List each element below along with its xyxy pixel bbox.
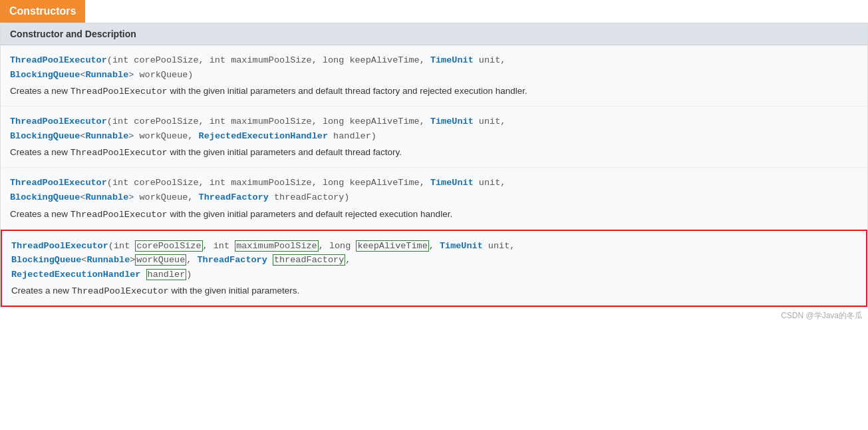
- param-handler: handler: [146, 269, 187, 280]
- ctor3-timeunit-link[interactable]: TimeUnit: [430, 178, 474, 188]
- ctor4-runnable-link[interactable]: Runnable: [86, 255, 130, 265]
- constructors-section: Constructor and Description ThreadPoolEx…: [0, 23, 868, 308]
- watermark: CSDN @学Java的冬瓜: [0, 308, 868, 324]
- constructor-desc-2: Creates a new ThreadPoolExecutor with th…: [10, 147, 858, 158]
- ctor2-runnable-link[interactable]: Runnable: [85, 131, 128, 141]
- ctor3-threadfactory-link[interactable]: ThreadFactory: [199, 192, 269, 202]
- constructor-row-2: ThreadPoolExecutor(int corePoolSize, int…: [1, 107, 867, 168]
- constructor-row-1: ThreadPoolExecutor(int corePoolSize, int…: [1, 45, 867, 107]
- ctor3-name-link[interactable]: ThreadPoolExecutor: [10, 178, 107, 188]
- ctor2-blockingqueue-link[interactable]: BlockingQueue: [10, 131, 80, 141]
- constructor-desc-4: Creates a new ThreadPoolExecutor with th…: [11, 286, 857, 296]
- ctor1-runnable-link[interactable]: Runnable: [85, 70, 128, 80]
- constructor-signature-2: ThreadPoolExecutor(int corePoolSize, int…: [10, 114, 858, 143]
- constructor-desc-3: Creates a new ThreadPoolExecutor with th…: [10, 209, 858, 220]
- param-threadFactory: threadFactory: [273, 254, 345, 266]
- param-workQueue: workQueue: [135, 254, 186, 266]
- ctor4-timeunit-link[interactable]: TimeUnit: [440, 241, 483, 251]
- ctor1-name-link[interactable]: ThreadPoolExecutor: [10, 55, 107, 65]
- ctor2-name-link[interactable]: ThreadPoolExecutor: [10, 116, 107, 126]
- constructor-signature-1: ThreadPoolExecutor(int corePoolSize, int…: [10, 53, 858, 82]
- ctor4-blockingqueue-link[interactable]: BlockingQueue: [11, 255, 81, 265]
- param-maximumPoolSize: maximumPoolSize: [235, 240, 319, 252]
- ctor3-blockingqueue-link[interactable]: BlockingQueue: [10, 192, 80, 202]
- ctor1-timeunit-link[interactable]: TimeUnit: [430, 55, 474, 65]
- constructor-row-4: ThreadPoolExecutor(int corePoolSize, int…: [1, 230, 867, 308]
- ctor2-timeunit-link[interactable]: TimeUnit: [430, 116, 474, 126]
- ctor4-threadfactory-link[interactable]: ThreadFactory: [197, 255, 267, 265]
- constructor-signature-4: ThreadPoolExecutor(int corePoolSize, int…: [11, 239, 857, 282]
- param-keepAliveTime: keepAliveTime: [356, 240, 428, 252]
- table-header: Constructor and Description: [1, 23, 867, 45]
- ctor3-runnable-link[interactable]: Runnable: [85, 192, 128, 202]
- ctor2-rejectedhandler-link[interactable]: RejectedExecutionHandler: [199, 131, 328, 141]
- constructors-header: Constructors: [0, 0, 85, 23]
- constructor-row-3: ThreadPoolExecutor(int corePoolSize, int…: [1, 168, 867, 229]
- ctor4-rejectedhandler-link[interactable]: RejectedExecutionHandler: [11, 270, 140, 280]
- constructor-signature-3: ThreadPoolExecutor(int corePoolSize, int…: [10, 176, 858, 204]
- ctor4-name-link[interactable]: ThreadPoolExecutor: [11, 241, 108, 251]
- ctor1-blockingqueue-link[interactable]: BlockingQueue: [10, 70, 80, 80]
- constructor-desc-1: Creates a new ThreadPoolExecutor with th…: [10, 86, 858, 97]
- param-corePoolSize: corePoolSize: [135, 240, 202, 252]
